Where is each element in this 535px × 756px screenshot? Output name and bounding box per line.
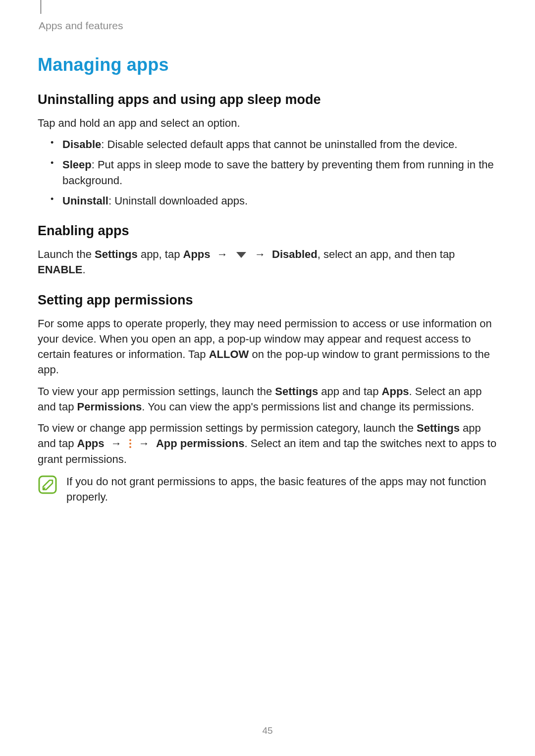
note-block: If you do not grant permissions to apps,… bbox=[38, 474, 497, 504]
bullet-desc: : Uninstall downloaded apps. bbox=[108, 195, 248, 207]
allow-label: ALLOW bbox=[209, 348, 249, 360]
apps-label: Apps bbox=[382, 385, 409, 398]
text: app and tap bbox=[318, 385, 381, 398]
s3-p3: To view or change app permission setting… bbox=[38, 420, 497, 467]
settings-label: Settings bbox=[95, 248, 138, 260]
arrow-icon: → bbox=[105, 437, 128, 450]
apps-label: Apps bbox=[183, 248, 211, 260]
text: . bbox=[82, 263, 85, 276]
page-number: 45 bbox=[0, 725, 535, 736]
svg-rect-1 bbox=[39, 476, 56, 493]
s3-p2: To view your app permission settings, la… bbox=[38, 384, 497, 414]
dropdown-icon bbox=[235, 251, 247, 259]
s3-p1: For some apps to operate properly, they … bbox=[38, 316, 497, 378]
list-item: Disable: Disable selected default apps t… bbox=[51, 137, 497, 152]
bullet-list: Disable: Disable selected default apps t… bbox=[51, 137, 497, 208]
list-item: Sleep: Put apps in sleep mode to save th… bbox=[51, 157, 497, 188]
arrow-icon: → bbox=[248, 248, 272, 260]
more-options-icon bbox=[129, 438, 131, 451]
note-text: If you do not grant permissions to apps,… bbox=[66, 474, 497, 504]
subheading-uninstall-sleep: Uninstalling apps and using app sleep mo… bbox=[38, 92, 497, 107]
apps-label: Apps bbox=[77, 437, 105, 450]
note-icon bbox=[38, 475, 57, 495]
arrow-icon: → bbox=[132, 437, 156, 450]
breadcrumb: Apps and features bbox=[39, 20, 497, 32]
text: app, tap bbox=[138, 248, 183, 260]
list-item: Uninstall: Uninstall downloaded apps. bbox=[51, 193, 497, 208]
subheading-enabling-apps: Enabling apps bbox=[38, 223, 497, 239]
text: To view your app permission settings, la… bbox=[38, 385, 275, 398]
bullet-term: Uninstall bbox=[62, 195, 108, 207]
bullet-term: Disable bbox=[62, 138, 101, 151]
s1-intro: Tap and hold an app and select an option… bbox=[38, 115, 497, 131]
arrow-icon: → bbox=[211, 248, 234, 260]
bullet-desc: : Put apps in sleep mode to save the bat… bbox=[62, 158, 494, 186]
bullet-term: Sleep bbox=[62, 158, 92, 171]
svg-marker-0 bbox=[236, 252, 246, 258]
text: , select an app, and then tap bbox=[318, 248, 455, 260]
permissions-label: Permissions bbox=[77, 401, 142, 413]
page-container: Apps and features Managing apps Uninstal… bbox=[0, 0, 535, 756]
text: . You can view the app's permissions lis… bbox=[142, 401, 474, 413]
top-rule bbox=[41, 0, 41, 14]
app-permissions-label: App permissions bbox=[156, 437, 244, 450]
settings-label: Settings bbox=[275, 385, 318, 398]
text: To view or change app permission setting… bbox=[38, 422, 417, 434]
disabled-label: Disabled bbox=[272, 248, 318, 260]
s2-paragraph: Launch the Settings app, tap Apps → → Di… bbox=[38, 247, 497, 277]
page-title: Managing apps bbox=[38, 54, 497, 75]
enable-label: ENABLE bbox=[38, 263, 82, 276]
subheading-app-permissions: Setting app permissions bbox=[38, 293, 497, 308]
settings-label: Settings bbox=[417, 422, 460, 434]
text: Launch the bbox=[38, 248, 95, 260]
bullet-desc: : Disable selected default apps that can… bbox=[101, 138, 457, 151]
